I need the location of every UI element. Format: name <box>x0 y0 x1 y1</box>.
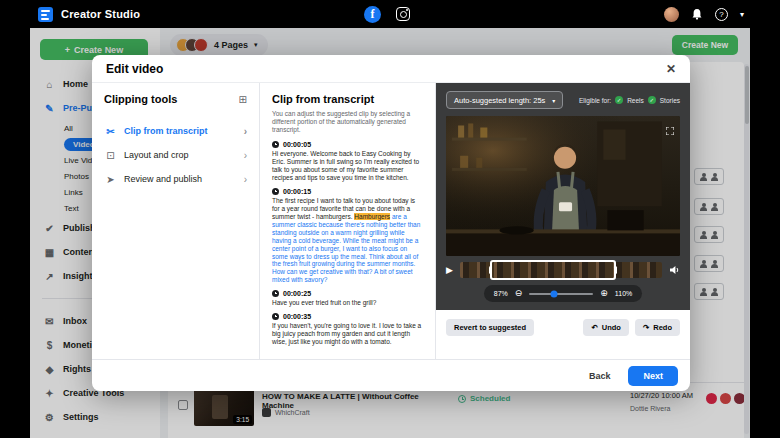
transcript-text[interactable]: If you haven't, you're going to love it.… <box>272 322 423 346</box>
timestamp-row: 00:00:15 <box>272 188 423 195</box>
profile-avatar[interactable] <box>664 7 679 22</box>
instagram-icon[interactable] <box>396 7 410 21</box>
scissors-icon: ✂ <box>104 126 117 137</box>
transcript-heading: Clip from transcript <box>272 93 423 105</box>
play-icon[interactable]: ▶ <box>446 266 453 275</box>
redo-label: Redo <box>653 323 672 332</box>
tool-clip-from-transcript[interactable]: ✂ Clip from transcript › <box>104 119 247 143</box>
check-circle-icon: ✓ <box>648 96 656 104</box>
zoom-bar: 87% ⊖ ⊕ 110% <box>446 285 680 302</box>
clipping-tools-heading: Clipping tools <box>104 93 177 105</box>
help-icon[interactable]: ? <box>715 8 728 21</box>
screen: Creator Studio f ? ▾ +Create New ⌂ <box>0 0 780 438</box>
undo-icon: ↶ <box>591 323 597 332</box>
eligible-stories: Stories <box>660 97 680 104</box>
panel-collapse-icon[interactable]: ⊞ <box>239 94 247 105</box>
modal-body: Clipping tools ⊞ ✂ Clip from transcript … <box>92 83 690 359</box>
clock-icon <box>272 188 279 195</box>
length-dropdown-label: Auto-suggested length: 25s <box>454 96 545 105</box>
account-chevron-down-icon[interactable]: ▾ <box>740 10 744 19</box>
check-circle-icon: ✓ <box>615 96 623 104</box>
caret-down-icon: ▾ <box>552 97 555 104</box>
video-frame <box>446 116 680 256</box>
timestamp: 00:00:35 <box>283 313 311 320</box>
transcript-entry[interactable]: 00:00:05 Hi everyone. Welcome back to Ea… <box>272 141 423 182</box>
redo-icon: ↷ <box>643 323 649 332</box>
zoom-current-value: 87% <box>494 290 508 297</box>
back-button[interactable]: Back <box>581 371 619 381</box>
transcript-panel: Clip from transcript You can adjust the … <box>260 83 436 359</box>
transcript-text-selected[interactable]: are a summer classic because there's not… <box>272 213 420 283</box>
length-dropdown[interactable]: Auto-suggested length: 25s ▾ <box>446 91 563 109</box>
zoom-slider[interactable] <box>529 293 593 295</box>
clock-icon <box>272 313 279 320</box>
timestamp: 00:00:15 <box>283 188 311 195</box>
tool-layout-and-crop[interactable]: ⊡ Layout and crop › <box>104 143 247 167</box>
zoom-max-value: 110% <box>615 290 632 297</box>
player-dark-area: Auto-suggested length: 25s ▾ Eligible fo… <box>436 83 690 310</box>
undo-button[interactable]: ↶Undo <box>583 319 628 336</box>
creator-studio-logo-icon[interactable] <box>38 7 53 22</box>
tool-label: Review and publish <box>124 174 202 184</box>
chevron-right-icon: › <box>244 150 247 161</box>
timestamp-row: 00:00:25 <box>272 290 423 297</box>
undo-label: Undo <box>602 323 621 332</box>
publish-icon: ➤ <box>104 174 117 185</box>
modal-title: Edit video <box>106 62 163 76</box>
player-controls: ▶ <box>446 262 680 278</box>
topbar-right: ? ▾ <box>664 0 744 28</box>
tool-label: Layout and crop <box>124 150 189 160</box>
clipping-tools-panel: Clipping tools ⊞ ✂ Clip from transcript … <box>92 83 260 359</box>
zoom-pill: 87% ⊖ ⊕ 110% <box>484 285 643 302</box>
transcript-text[interactable]: The first recipe I want to talk to you a… <box>272 197 423 284</box>
bell-icon[interactable] <box>691 8 703 20</box>
clip-selection-handles[interactable] <box>490 260 615 280</box>
player-panel: Auto-suggested length: 25s ▾ Eligible fo… <box>436 83 690 359</box>
zoom-slider-thumb[interactable] <box>550 290 557 297</box>
clock-icon <box>272 290 279 297</box>
redo-button[interactable]: ↷Redo <box>635 319 680 336</box>
transcript-entry[interactable]: 00:00:35 If you haven't, you're going to… <box>272 313 423 346</box>
revert-to-suggested-button[interactable]: Revert to suggested <box>446 319 534 336</box>
topbar-center: f <box>364 0 410 28</box>
timestamp: 00:00:25 <box>283 290 311 297</box>
undo-redo-group: ↶Undo ↷Redo <box>583 319 680 336</box>
video-preview[interactable] <box>446 116 680 256</box>
eligible-label: Eligible for: <box>579 97 611 104</box>
transcript-text[interactable]: Have you ever tried fruit on the grill? <box>272 299 423 307</box>
clipping-tools-header: Clipping tools ⊞ <box>104 93 247 105</box>
edit-video-modal: Edit video ✕ Clipping tools ⊞ ✂ Clip fro… <box>92 55 690 391</box>
close-icon[interactable]: ✕ <box>666 62 676 76</box>
revert-label: Revert to suggested <box>454 323 526 332</box>
next-button[interactable]: Next <box>628 366 678 386</box>
modal-footer: Back Next <box>92 359 690 391</box>
eligible-reels: Reels <box>627 97 644 104</box>
player-actions-area: Revert to suggested ↶Undo ↷Redo <box>436 310 690 359</box>
volume-icon[interactable] <box>669 265 680 275</box>
timestamp: 00:00:05 <box>283 141 311 148</box>
transcript-text[interactable]: Hi everyone. Welcome back to Easy Cookin… <box>272 150 423 182</box>
transcript-text-highlighted[interactable]: Hamburgers <box>354 213 390 220</box>
filmstrip-timeline[interactable] <box>460 262 662 278</box>
expand-icon[interactable] <box>666 121 674 139</box>
eligible-for-group: Eligible for: ✓ Reels ✓ Stories <box>579 96 680 104</box>
tool-review-and-publish[interactable]: ➤ Review and publish › <box>104 167 247 191</box>
modal-header: Edit video ✕ <box>92 55 690 83</box>
transcript-entry[interactable]: 00:00:25 Have you ever tried fruit on th… <box>272 290 423 307</box>
transcript-description: You can adjust the suggested clip by sel… <box>272 110 423 134</box>
topbar-left: Creator Studio <box>38 0 140 28</box>
player-top-row: Auto-suggested length: 25s ▾ Eligible fo… <box>446 91 680 109</box>
timestamp-row: 00:00:05 <box>272 141 423 148</box>
zoom-in-icon[interactable]: ⊕ <box>600 289 608 298</box>
chevron-right-icon: › <box>244 126 247 137</box>
top-bar: Creator Studio f ? ▾ <box>0 0 780 28</box>
tool-label: Clip from transcript <box>124 126 208 136</box>
facebook-icon[interactable]: f <box>364 6 381 23</box>
crop-icon: ⊡ <box>104 150 117 161</box>
zoom-out-icon[interactable]: ⊖ <box>515 289 523 298</box>
clock-icon <box>272 141 279 148</box>
transcript-entry[interactable]: 00:00:15 The first recipe I want to talk… <box>272 188 423 284</box>
timestamp-row: 00:00:35 <box>272 313 423 320</box>
chevron-right-icon: › <box>244 174 247 185</box>
app-title: Creator Studio <box>61 8 140 20</box>
